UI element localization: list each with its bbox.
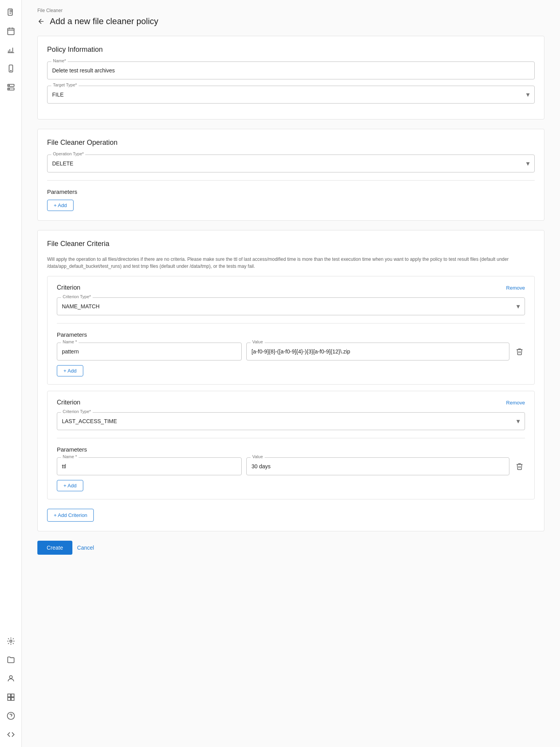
file-cleaner-operation-title: File Cleaner Operation <box>47 139 535 147</box>
criterion-2-param-name-field-wrapper: Name * <box>57 457 242 475</box>
target-type-field-wrapper: Target Type* FILE DIRECTORY ▾ <box>47 86 535 104</box>
sidebar-icon-phone[interactable] <box>3 61 19 76</box>
criterion-2-title: Criterion <box>57 399 80 406</box>
criterion-1-header: Criterion Remove <box>57 284 525 291</box>
svg-rect-10 <box>7 694 10 697</box>
svg-rect-11 <box>11 694 14 697</box>
criterion-2-params-title: Parameters <box>57 446 525 453</box>
target-type-select[interactable]: FILE DIRECTORY <box>47 86 534 103</box>
criterion-2-param-value-wrapper: Value <box>246 457 509 475</box>
sidebar-icon-user[interactable] <box>3 671 19 686</box>
sidebar-icon-chart[interactable] <box>3 42 19 58</box>
policy-information-section: Policy Information Name* Target Type* FI… <box>37 36 544 120</box>
criterion-2-type-label: Criterion Type* <box>61 409 93 414</box>
criterion-1-param-delete-button[interactable] <box>514 346 525 357</box>
criterion-2-type-select[interactable]: NAME_MATCH LAST_ACCESS_TIME LAST_MODIFIE… <box>57 413 525 430</box>
criterion-2-param-name-label: Name * <box>61 454 79 459</box>
criterion-2-param-name-input[interactable] <box>57 458 241 475</box>
svg-point-9 <box>9 676 12 678</box>
criterion-2-param-row-1: Name * Value <box>57 457 525 475</box>
criterion-1-remove-button[interactable]: Remove <box>506 285 525 291</box>
criterion-1-param-name-field-wrapper: Name * <box>57 343 242 360</box>
svg-point-7 <box>9 89 9 90</box>
sidebar-icon-server[interactable] <box>3 79 19 95</box>
main-content: File Cleaner Add a new file cleaner poli… <box>22 0 560 747</box>
file-cleaner-operation-section: File Cleaner Operation Operation Type* D… <box>37 129 544 221</box>
criterion-1-type-wrapper: Criterion Type* NAME_MATCH LAST_ACCESS_T… <box>57 297 525 315</box>
sidebar-icon-dashboard[interactable] <box>3 689 19 705</box>
svg-rect-12 <box>7 698 10 700</box>
criterion-1-type-select[interactable]: NAME_MATCH LAST_ACCESS_TIME LAST_MODIFIE… <box>57 298 525 315</box>
name-field-wrapper: Name* <box>47 62 535 79</box>
criterion-1-param-name-wrapper: Name * <box>57 343 242 360</box>
criterion-1-param-value-field-wrapper: Value <box>246 343 509 360</box>
svg-rect-1 <box>7 28 14 35</box>
sidebar-icon-settings[interactable] <box>3 633 19 649</box>
criterion-1-param-row-1: Name * Value <box>57 343 525 360</box>
svg-point-6 <box>9 85 9 86</box>
parameters-title: Parameters <box>47 188 535 195</box>
add-parameter-button[interactable]: + Add <box>47 200 74 211</box>
criterion-1-param-value-input[interactable] <box>247 343 509 360</box>
svg-rect-0 <box>8 9 12 16</box>
operation-type-field-group: Operation Type* DELETE MOVE COMPRESS ▾ <box>47 155 535 172</box>
criterion-2-add-param-button[interactable]: + Add <box>57 480 83 491</box>
name-field-group: Name* <box>47 62 535 79</box>
criterion-1-type-label: Criterion Type* <box>61 294 93 299</box>
svg-point-3 <box>11 70 11 71</box>
sidebar-icon-document[interactable] <box>3 5 19 20</box>
operation-type-select[interactable]: DELETE MOVE COMPRESS <box>47 155 534 172</box>
sidebar-icon-calendar[interactable] <box>3 23 19 39</box>
criterion-1-params-title: Parameters <box>57 331 525 338</box>
divider-1 <box>47 180 535 181</box>
svg-point-8 <box>10 640 12 642</box>
sidebar-icon-help[interactable] <box>3 708 19 724</box>
parameters-section: Parameters + Add <box>47 188 535 211</box>
page-title-row: Add a new file cleaner policy <box>37 16 544 26</box>
criterion-2-param-value-field-wrapper: Value <box>246 457 509 475</box>
criterion-2-header: Criterion Remove <box>57 399 525 406</box>
criterion-1-add-param-button[interactable]: + Add <box>57 365 83 376</box>
back-button[interactable] <box>37 18 45 25</box>
criterion-2-divider <box>57 438 525 438</box>
criterion-1-type-field-group: Criterion Type* NAME_MATCH LAST_ACCESS_T… <box>57 297 525 315</box>
operation-type-field-wrapper: Operation Type* DELETE MOVE COMPRESS ▾ <box>47 155 535 172</box>
criterion-2-type-wrapper: Criterion Type* NAME_MATCH LAST_ACCESS_T… <box>57 412 525 430</box>
name-input[interactable] <box>47 62 534 79</box>
criterion-2-remove-button[interactable]: Remove <box>506 400 525 406</box>
create-button[interactable]: Create <box>37 541 72 555</box>
criterion-1-param-name-input[interactable] <box>57 343 241 360</box>
criterion-card-2: Criterion Remove Criterion Type* NAME_MA… <box>47 391 535 499</box>
sidebar-icon-code[interactable] <box>3 727 19 742</box>
cancel-button[interactable]: Cancel <box>77 545 94 551</box>
target-type-field-label: Target Type* <box>51 83 79 87</box>
file-cleaner-criteria-section: File Cleaner Criteria Will apply the ope… <box>37 230 544 531</box>
name-field-label: Name* <box>51 58 68 63</box>
criterion-1-divider <box>57 323 525 323</box>
operation-type-field-label: Operation Type* <box>51 151 85 156</box>
criterion-2-type-field-group: Criterion Type* NAME_MATCH LAST_ACCESS_T… <box>57 412 525 430</box>
sidebar-icon-folder[interactable] <box>3 652 19 668</box>
add-criterion-button[interactable]: + Add Criterion <box>47 509 94 522</box>
criterion-2-param-name-wrapper: Name * <box>57 457 242 475</box>
criteria-info-text: Will apply the operation to all files/di… <box>47 256 535 270</box>
breadcrumb: File Cleaner <box>37 8 544 13</box>
criterion-card-1: Criterion Remove Criterion Type* NAME_MA… <box>47 276 535 385</box>
criterion-1-param-value-wrapper: Value <box>246 343 509 360</box>
criterion-1-title: Criterion <box>57 284 80 291</box>
criterion-2-param-delete-button[interactable] <box>514 461 525 472</box>
bottom-actions: Create Cancel <box>37 541 544 555</box>
criterion-2-param-value-input[interactable] <box>247 458 509 475</box>
criterion-1-param-value-label: Value <box>251 339 264 344</box>
criterion-2-param-value-label: Value <box>251 454 264 459</box>
page-title: Add a new file cleaner policy <box>50 16 158 26</box>
criterion-1-param-name-label: Name * <box>61 339 79 344</box>
file-cleaner-criteria-title: File Cleaner Criteria <box>47 240 535 248</box>
svg-rect-13 <box>11 698 14 700</box>
sidebar <box>0 0 22 747</box>
target-type-field-group: Target Type* FILE DIRECTORY ▾ <box>47 86 535 104</box>
policy-information-title: Policy Information <box>47 46 535 54</box>
